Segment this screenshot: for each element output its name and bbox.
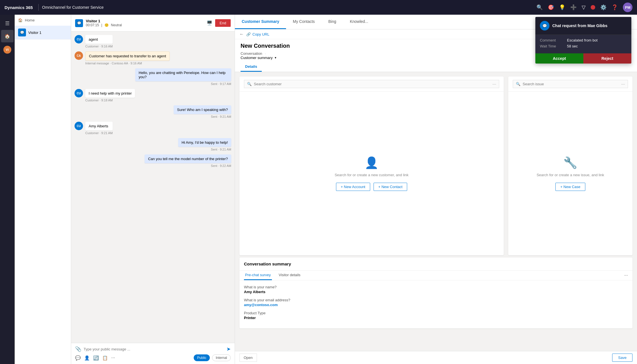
visitor-label: Visitor 1: [28, 30, 42, 35]
nav-divider: [38, 4, 39, 11]
customer-search-row: 🔍 ---: [239, 77, 504, 92]
bulb-icon[interactable]: 💡: [559, 4, 565, 10]
cu-avatar-1: CU: [75, 35, 83, 43]
main-layout: ☰ 🏠 VI 🏠 Home 💬 Visitor 1 💬 Visitor 1 00…: [0, 15, 637, 364]
link-icon: 🔗: [246, 32, 251, 36]
cr-details: Comment Escalated from bot Wait Time 58 …: [535, 35, 631, 53]
screen-icon[interactable]: 🖥️: [207, 20, 212, 26]
settings-icon[interactable]: ⚙️: [600, 4, 607, 10]
chat-input-field[interactable]: [84, 347, 224, 351]
target-icon[interactable]: 🎯: [548, 4, 554, 10]
public-mode-btn[interactable]: Public: [194, 354, 210, 361]
conv-summary-title: Conversation summary: [239, 258, 632, 271]
cr-waittime-row: Wait Time 58 sec: [540, 44, 627, 48]
conv-summary-body: What is your name? Amy Alberts What is y…: [239, 280, 632, 328]
sidebar-item-home[interactable]: 🏠: [1, 30, 14, 42]
toolbar-icon-4[interactable]: 📋: [102, 355, 108, 361]
summary-field-email: What is your email address? amy@contoso.…: [244, 298, 628, 307]
attachment-icon[interactable]: 📎: [75, 346, 81, 352]
send-icon[interactable]: ➤: [226, 346, 231, 352]
plus-icon[interactable]: ➕: [570, 4, 577, 10]
issue-search-card: 🔍 --- 🔧 Search for or create a new issue…: [508, 77, 632, 255]
save-button[interactable]: Save: [612, 354, 632, 362]
cr-title: Chat request from Mae Gibbs: [552, 23, 607, 28]
toolbar-icon-1[interactable]: 💬: [75, 355, 81, 361]
summary-field-product: Product Type Printer: [244, 311, 628, 320]
issue-search-input[interactable]: [523, 82, 619, 86]
tab-bing[interactable]: Bing: [322, 15, 343, 29]
top-navigation: Dynamics 365 Omnichannel for Customer Se…: [0, 0, 637, 15]
user-avatar[interactable]: PM: [623, 3, 632, 12]
chat-message-7: Hi Amy, I'd be happy to help! Sent · 9:2…: [178, 138, 231, 151]
hamburger-menu[interactable]: ☰: [3, 18, 12, 29]
visitor-details-tab[interactable]: Visitor details: [278, 271, 302, 280]
name-answer: Amy Alberts: [244, 290, 628, 294]
divider: |: [101, 23, 102, 27]
toolbar-icon-5[interactable]: ···: [111, 355, 115, 360]
chat-message-2: CA Customer has requested to transfer to…: [75, 51, 231, 65]
chat-message-5: Sure! Who am I speaking with? Sent · 9:2…: [174, 105, 231, 118]
main-content: Customer Summary My Contacts Bing Knowle…: [235, 15, 637, 364]
chat-header: 💬 Visitor 1 00:07:15 | 🙂 Neutral 🖥️ End: [71, 15, 235, 32]
tab-customer-summary[interactable]: Customer Summary: [235, 15, 286, 29]
chat-message-1: CU agent Customer · 9:16 AM: [75, 35, 231, 48]
msg-bubble-6: Amy Alberts: [85, 122, 113, 130]
copy-url-button[interactable]: 🔗 Copy URL: [246, 32, 269, 36]
open-dropdown-button[interactable]: Open: [239, 354, 257, 362]
breadcrumb-part1: Conversation: [241, 51, 262, 56]
search-icon[interactable]: 🔍: [536, 4, 543, 10]
accept-button[interactable]: Accept: [535, 53, 583, 64]
tab-knowledge[interactable]: Knowled...: [343, 15, 375, 29]
chat-message-6: CU Amy Alberts Customer · 9:21 AM: [75, 122, 231, 135]
conv-summary-tabs: Pre-chat survey Visitor details ···: [239, 271, 632, 280]
chevron-down-icon: ▾: [275, 56, 276, 60]
msg-bubble-8: Can you tell me the model number of the …: [145, 154, 231, 163]
new-account-button[interactable]: + New Account: [336, 183, 370, 191]
email-answer[interactable]: amy@contoso.com: [244, 303, 628, 307]
back-arrow-icon[interactable]: ←: [239, 32, 244, 37]
new-case-button[interactable]: + New Case: [555, 183, 585, 191]
pre-chat-survey-tab[interactable]: Pre-chat survey: [244, 271, 272, 280]
chat-header-info: Visitor 1 00:07:15 | 🙂 Neutral: [86, 19, 204, 27]
cr-comment-row: Comment Escalated from bot: [540, 38, 627, 42]
smiley-icon: 🙂: [104, 23, 109, 27]
toolbar-icon-3[interactable]: 🔄: [93, 355, 99, 361]
sidebar-item-visitor[interactable]: VI: [1, 43, 14, 56]
toolbar-icon-2[interactable]: 👤: [84, 355, 90, 361]
new-contact-button[interactable]: + New Contact: [374, 183, 407, 191]
msg-ts-1: Customer · 9:16 AM: [85, 45, 113, 48]
more-options-icon[interactable]: ···: [624, 273, 628, 278]
internal-notice-bubble: Customer has requested to transfer to an…: [85, 51, 170, 61]
issue-empty-state: 🔧 Search for or create a new issue, and …: [508, 92, 632, 255]
details-tab-details[interactable]: Details: [241, 62, 262, 72]
email-question: What is your email address?: [244, 298, 628, 302]
end-call-button[interactable]: End: [215, 19, 231, 27]
home-nav-item[interactable]: 🏠 Home: [15, 15, 71, 26]
details-tabs: Details: [235, 62, 637, 72]
tab-my-contacts[interactable]: My Contacts: [286, 15, 322, 29]
chat-meta: 00:07:15 | 🙂 Neutral: [86, 23, 204, 27]
issue-empty-text: Search for or create a new issue, and li…: [536, 173, 604, 177]
chat-toolbar: 💬 👤 🔄 📋 ··· Public Internal: [75, 352, 231, 361]
msg-bubble-1: agent: [85, 35, 113, 44]
chat-message-3: Hello, you are chatting with Penelope. H…: [135, 68, 231, 86]
customer-search-input[interactable]: [254, 82, 490, 86]
filter-icon[interactable]: ▽: [582, 4, 586, 10]
input-row: 📎 ➤: [75, 346, 231, 352]
ca-avatar: CA: [75, 51, 83, 60]
sidebar: ☰ 🏠 VI: [0, 15, 15, 364]
visitor-nav-item[interactable]: 💬 Visitor 1: [15, 26, 71, 40]
cr-comment-value: Escalated from bot: [567, 38, 597, 42]
chat-message-4: CU I need help with my printer Customer …: [75, 89, 231, 102]
msg-ts-3: Sent · 9:17 AM: [211, 82, 231, 86]
name-question: What is your name?: [244, 285, 628, 289]
cr-waittime-label: Wait Time: [540, 44, 562, 48]
app-module: Omnichannel for Customer Service: [42, 5, 104, 10]
sentiment-label: Neutral: [111, 23, 122, 27]
reject-button[interactable]: Reject: [583, 53, 631, 64]
bottom-bar: Open Save: [235, 351, 637, 364]
help-icon[interactable]: ❓: [612, 4, 618, 10]
internal-mode-btn[interactable]: Internal: [212, 354, 231, 361]
chat-messages: CU agent Customer · 9:16 AM CA Customer …: [71, 32, 235, 343]
app-brand: Dynamics 365: [5, 5, 33, 10]
